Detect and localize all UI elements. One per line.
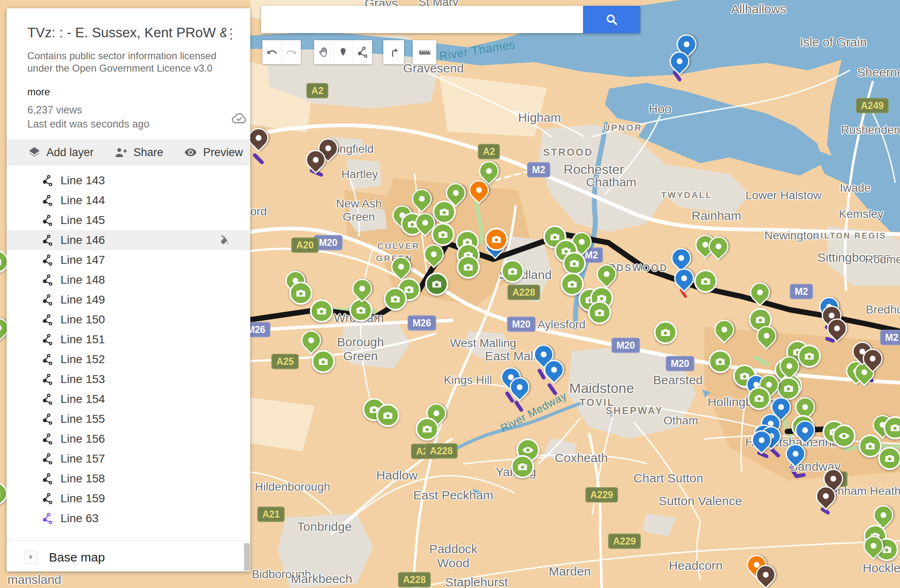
polyline-icon xyxy=(41,333,54,346)
map-marker[interactable] xyxy=(654,321,677,344)
map-label: Higham xyxy=(518,111,561,125)
map-marker[interactable] xyxy=(416,417,439,441)
map-marker[interactable] xyxy=(384,287,407,311)
more-link[interactable]: more xyxy=(27,86,50,98)
layer-item-line-144[interactable]: Line 144 xyxy=(7,190,250,210)
map-marker[interactable] xyxy=(349,299,373,322)
map-marker[interactable] xyxy=(376,404,399,427)
map-marker[interactable] xyxy=(878,447,900,470)
map-marker[interactable] xyxy=(832,424,856,448)
layer-item-line-148[interactable]: Line 148 xyxy=(7,270,250,290)
road-badge: M26 xyxy=(408,316,436,331)
camera-icon xyxy=(437,228,449,241)
map-title[interactable]: TVz: : - E. Sussex, Kent PRoW & T... xyxy=(27,25,226,41)
views-count: 6,237 views xyxy=(27,104,82,116)
add-marker-tool-button[interactable] xyxy=(333,40,353,64)
layer-item-line-156[interactable]: Line 156 xyxy=(7,429,250,449)
layer-item-line-154[interactable]: Line 154 xyxy=(7,389,250,409)
map-label: Staplehurst xyxy=(445,575,508,588)
layer-item-line-155[interactable]: Line 155 xyxy=(7,409,250,429)
layer-item-line-150[interactable]: Line 150 xyxy=(7,310,250,330)
layer-label: Line 152 xyxy=(60,353,105,366)
map-marker[interactable] xyxy=(588,301,611,324)
layer-item-line-151[interactable]: Line 151 xyxy=(7,330,250,349)
layer-item-line-149[interactable]: Line 149 xyxy=(7,290,250,310)
map-marker[interactable] xyxy=(312,350,335,373)
share-button[interactable]: Share xyxy=(114,145,163,159)
add-layer-label: Add layer xyxy=(46,146,94,159)
map-label: TWYDALL xyxy=(661,190,712,200)
preview-button[interactable]: Preview xyxy=(183,145,243,159)
road-badge: A229 xyxy=(585,487,618,503)
add-layer-button[interactable]: Add layer xyxy=(27,145,94,159)
map-label: Sheerness xyxy=(857,65,900,80)
map-label: Hartley xyxy=(341,168,378,181)
layer-item-line-147[interactable]: Line 147 xyxy=(7,250,250,270)
map-marker[interactable] xyxy=(798,345,821,368)
road-badge: A228 xyxy=(508,285,540,300)
map-label: Newington xyxy=(765,229,819,242)
undo-button[interactable] xyxy=(262,40,281,64)
map-marker[interactable] xyxy=(511,455,534,478)
map-marker[interactable] xyxy=(431,223,455,246)
polyline-icon xyxy=(41,174,54,187)
map-label: Green xyxy=(343,349,377,363)
layer-item-line-159[interactable]: Line 159 xyxy=(7,489,250,508)
base-map-row[interactable]: ▼ Base map xyxy=(7,546,250,569)
collapse-caret-icon[interactable]: ▼ xyxy=(24,551,37,564)
preview-label: Preview xyxy=(203,146,243,159)
person-add-icon xyxy=(114,145,128,159)
map-marker[interactable] xyxy=(425,272,448,296)
map-marker[interactable] xyxy=(748,387,771,410)
search-button[interactable] xyxy=(583,6,640,33)
polyline-icon xyxy=(41,413,54,425)
map-marker[interactable] xyxy=(485,228,508,251)
map-marker[interactable] xyxy=(457,255,480,279)
layer-label: Line 144 xyxy=(60,194,105,207)
map-marker[interactable] xyxy=(563,252,586,275)
layer-item-line-63[interactable]: Line 63 xyxy=(7,508,250,528)
camera-icon xyxy=(699,275,712,287)
map-label: Bearsted xyxy=(653,373,703,387)
map-label: Sutton Valence xyxy=(658,494,742,508)
map-marker[interactable] xyxy=(709,350,732,373)
map-label: Headcorn xyxy=(669,559,723,573)
draw-line-tool-button[interactable] xyxy=(353,40,372,64)
layer-item-line-152[interactable]: Line 152 xyxy=(7,349,250,369)
map-label: STROOD xyxy=(543,147,593,158)
layer-item-line-146[interactable]: Line 146 xyxy=(7,230,250,250)
layers-icon xyxy=(27,145,41,159)
measure-tool-button[interactable] xyxy=(413,40,436,64)
map-marker[interactable] xyxy=(310,299,333,323)
pan-tool-button[interactable] xyxy=(314,40,333,64)
polyline-icon xyxy=(41,472,54,485)
style-layer-button[interactable] xyxy=(216,234,230,248)
overflow-menu-icon[interactable]: ⋮ xyxy=(223,23,240,48)
layer-label: Line 145 xyxy=(60,214,105,227)
layer-item-line-153[interactable]: Line 153 xyxy=(7,369,250,389)
search-input[interactable] xyxy=(261,6,583,33)
map-marker[interactable] xyxy=(561,272,584,296)
layer-item-line-145[interactable]: Line 145 xyxy=(7,210,250,230)
map-marker[interactable] xyxy=(501,260,524,283)
search-bar xyxy=(261,6,640,33)
layer-item-line-143[interactable]: Line 143 xyxy=(7,171,250,190)
redo-icon xyxy=(285,46,298,58)
layer-item-line-158[interactable]: Line 158 xyxy=(7,469,250,489)
map-marker[interactable] xyxy=(859,434,882,458)
panel-scrollbar[interactable] xyxy=(244,543,250,571)
road-badge: A228 xyxy=(398,572,431,588)
share-label: Share xyxy=(133,146,163,159)
road-badge: M20 xyxy=(507,317,536,332)
map-label: Chart Sutton xyxy=(634,471,703,485)
redo-button[interactable] xyxy=(281,40,301,64)
map-marker[interactable] xyxy=(289,282,312,305)
layer-label: Line 143 xyxy=(60,174,105,187)
map-label: Kings Hill xyxy=(444,374,492,387)
map-label: Paddock xyxy=(429,542,478,556)
add-directions-button[interactable] xyxy=(383,40,404,64)
layer-item-line-157[interactable]: Line 157 xyxy=(7,449,250,469)
map-label: SHEPWAY xyxy=(606,405,663,417)
map-marker[interactable] xyxy=(433,200,456,224)
map-marker[interactable] xyxy=(694,270,717,293)
